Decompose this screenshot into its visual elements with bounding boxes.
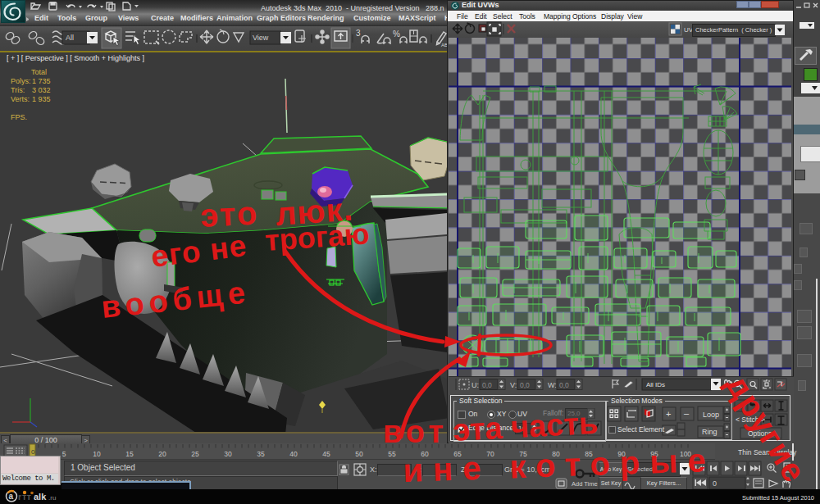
- svg-text:ине которые: ине которые: [403, 442, 717, 488]
- svg-text:вообще: вообще: [99, 275, 251, 325]
- svg-text:вот: вот: [383, 415, 448, 449]
- svg-text:это: это: [199, 194, 259, 234]
- svg-text:его не: его не: [149, 229, 248, 274]
- svg-text:другие: другие: [719, 368, 813, 489]
- svg-text:трогаю: трогаю: [264, 216, 371, 257]
- svg-text:эта часть: эта часть: [452, 406, 599, 447]
